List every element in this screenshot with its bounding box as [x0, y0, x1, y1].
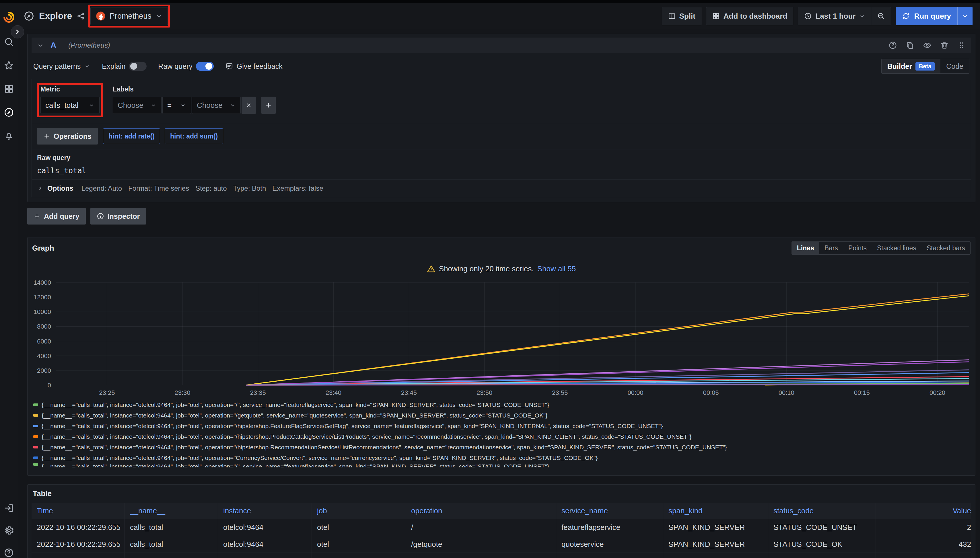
table-cell: /getquote: [406, 536, 556, 553]
label-value-select[interactable]: Choose: [192, 97, 241, 114]
table-cell: featureflagservice: [556, 519, 663, 536]
zoom-out-button[interactable]: [871, 7, 891, 25]
remove-label-filter-button[interactable]: [242, 97, 256, 114]
table-column-header-name[interactable]: __name__: [125, 503, 218, 519]
query-editor-panel: A (Prometheus) Query patterns Explain: [27, 34, 975, 202]
run-query-dropdown[interactable]: [957, 7, 973, 25]
add-to-dashboard-button[interactable]: Add to dashboard: [706, 7, 793, 25]
query-patterns-dropdown[interactable]: Query patterns: [33, 62, 90, 71]
add-query-button[interactable]: Add query: [27, 208, 86, 225]
starred-icon[interactable]: [4, 60, 14, 71]
legend-item[interactable]: {__name__="calls_total", instance="otelc…: [33, 421, 969, 431]
run-query-label: Run query: [914, 12, 951, 21]
raw-query-switch[interactable]: [196, 62, 214, 71]
metric-select[interactable]: calls_total: [41, 97, 100, 114]
options-collapsed-row[interactable]: Options Legend: AutoFormat: Time seriesS…: [32, 179, 971, 197]
graph-mode-tab-bars[interactable]: Bars: [819, 242, 843, 254]
graph-mode-tab-points[interactable]: Points: [843, 242, 872, 254]
legend-item[interactable]: {__name__="calls_total", instance="otelc…: [33, 463, 969, 468]
label-key-select[interactable]: Choose: [113, 97, 161, 114]
table-column-header-servicename[interactable]: service_name: [556, 503, 663, 519]
table-column-header-time[interactable]: Time: [31, 503, 125, 519]
graph-mode-tab-lines[interactable]: Lines: [792, 242, 819, 254]
graph-mode-tab-stacked-lines[interactable]: Stacked lines: [872, 242, 921, 254]
run-query-button[interactable]: Run query: [896, 7, 957, 25]
time-series-chart[interactable]: 0200040006000800010000120001400023:2523:…: [32, 275, 970, 398]
query-hint-button[interactable]: hint: add sum(): [164, 128, 223, 144]
show-all-series-link[interactable]: Show all 55: [537, 264, 576, 273]
drag-handle-icon[interactable]: [957, 41, 966, 49]
query-hint-button[interactable]: hint: add rate(): [103, 128, 160, 144]
code-mode-tab[interactable]: Code: [941, 59, 969, 74]
zoom-out-icon: [877, 12, 885, 20]
help-icon[interactable]: [4, 548, 14, 558]
legend-series-swatch: [33, 414, 38, 417]
disable-query-eye-icon[interactable]: [923, 41, 932, 49]
table-column-header-statuscode[interactable]: status_code: [768, 503, 876, 519]
legend-series-swatch: [33, 404, 38, 406]
give-feedback-link[interactable]: Give feedback: [225, 62, 283, 71]
legend-item[interactable]: {__name__="calls_total", instance="otelc…: [33, 431, 969, 442]
legend-series-swatch: [33, 446, 38, 448]
table-cell: otelcol:9464: [218, 536, 312, 553]
table-header-row: Time__name__instancejoboperationservice_…: [31, 503, 971, 519]
series-limit-warning: Showing only 20 time series. Show all 55: [32, 264, 970, 273]
labels-group: Labels Choose = Choose: [113, 83, 276, 114]
dashboard-grid-icon: [712, 12, 720, 20]
label-operator-select[interactable]: =: [163, 97, 191, 114]
label-value-placeholder: Choose: [197, 101, 223, 110]
operations-button[interactable]: Operations: [37, 128, 98, 144]
query-help-icon[interactable]: [888, 41, 897, 49]
share-icon[interactable]: [77, 12, 85, 20]
svg-text:6000: 6000: [37, 338, 51, 345]
gear-icon[interactable]: [4, 525, 14, 536]
legend-item[interactable]: {__name__="calls_total", instance="otelc…: [33, 453, 969, 463]
legend-item[interactable]: {__name__="calls_total", instance="otelc…: [33, 410, 969, 421]
chevron-down-icon: [859, 13, 865, 19]
grafana-logo[interactable]: [3, 11, 15, 23]
collapse-chevron-icon[interactable]: [37, 41, 44, 49]
builder-mode-tab[interactable]: Builder Beta: [881, 59, 941, 74]
split-button[interactable]: Split: [662, 7, 701, 25]
delete-query-trash-icon[interactable]: [940, 41, 949, 49]
time-range-picker[interactable]: Last 1 hour: [798, 7, 871, 25]
graph-title: Graph: [32, 244, 54, 253]
svg-text:00:10: 00:10: [779, 389, 794, 396]
inspector-button[interactable]: Inspector: [90, 208, 146, 225]
svg-text:14000: 14000: [34, 279, 51, 286]
datasource-picker[interactable]: Prometheus: [90, 7, 168, 25]
dashboards-icon[interactable]: [4, 84, 14, 94]
split-icon: [668, 12, 676, 20]
raw-query-toggle-group: Raw query: [158, 62, 214, 71]
legend-item[interactable]: {__name__="calls_total", instance="otelc…: [33, 399, 969, 410]
duplicate-query-icon[interactable]: [906, 41, 914, 49]
table-column-header-spankind[interactable]: span_kind: [663, 503, 768, 519]
legend-item[interactable]: {__name__="calls_total", instance="otelc…: [33, 442, 969, 453]
explore-icon[interactable]: [4, 107, 14, 118]
query-datasource-hint: (Prometheus): [68, 41, 110, 49]
graph-mode-tab-stacked-bars[interactable]: Stacked bars: [921, 242, 970, 254]
table-cell: 2: [876, 519, 976, 536]
add-label-filter-button[interactable]: [261, 97, 276, 114]
table-cell: otel: [312, 553, 406, 558]
table-cell: 2022-10-16 00:22:29.655: [31, 519, 125, 536]
options-meta-item: Format: Time series: [128, 184, 189, 192]
table-column-header-value[interactable]: Value: [876, 503, 976, 519]
table-column-header-instance[interactable]: instance: [218, 503, 312, 519]
table-column-header-operation[interactable]: operation: [406, 503, 556, 519]
sidebar: [0, 3, 18, 558]
svg-text:0: 0: [48, 382, 51, 389]
explain-switch[interactable]: [129, 62, 146, 71]
sign-in-icon[interactable]: [4, 503, 14, 513]
search-icon[interactable]: [4, 37, 14, 47]
chevron-down-icon: [962, 13, 968, 20]
table-cell: STATUS_CODE_OK: [768, 536, 876, 553]
builder-label: Builder: [887, 62, 912, 71]
raw-query-row: Raw query calls_total: [32, 149, 971, 179]
table-column-header-job[interactable]: job: [312, 503, 406, 519]
query-row-header[interactable]: A (Prometheus): [31, 38, 971, 53]
table-cell: STATUS_CODE_UNSET: [768, 519, 876, 536]
table-cell: calls_total: [125, 553, 218, 558]
alerting-bell-icon[interactable]: [4, 131, 14, 141]
sidebar-expand-button[interactable]: [11, 25, 24, 38]
